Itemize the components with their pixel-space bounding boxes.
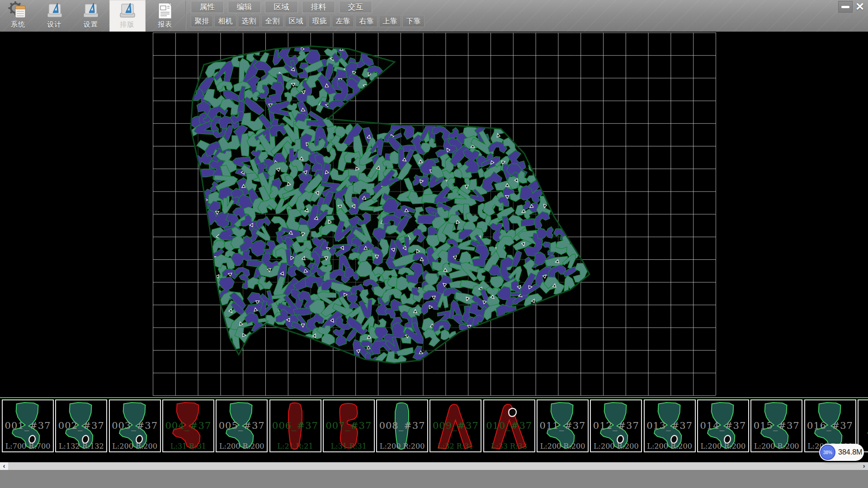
piece-shape xyxy=(380,401,425,452)
piece-shape xyxy=(59,401,104,452)
tool-button-7[interactable]: 右靠 xyxy=(355,15,377,27)
piece-shape xyxy=(433,401,478,452)
top-toolbar: 系统设计设置排版报表 属性编辑区域排料交互 聚排相机选割全割区域瑕疵左靠右靠上靠… xyxy=(0,0,868,32)
piece-thumbnail-002_#37[interactable]: 002_#37L:132 R:132 xyxy=(55,399,107,452)
piece-thumbnail-006_#37[interactable]: 006_#37L:21 R:21 xyxy=(269,399,321,452)
tool-button-row: 聚排相机选割全割区域瑕疵左靠右靠上靠下靠 xyxy=(191,15,425,27)
piece-shape xyxy=(647,401,692,452)
piece-thumbnail-001_#37[interactable]: 001_#37L:700 R:700 xyxy=(2,399,54,452)
menu-tab-0[interactable]: 属性 xyxy=(191,1,224,13)
piece-thumbnail-014_#37[interactable]: 014_#37L:200 R:200 xyxy=(697,399,749,452)
memory-value: 384.8M xyxy=(838,444,862,461)
tool-button-2[interactable]: 选割 xyxy=(238,15,260,27)
piece-thumbnail-005_#37[interactable]: 005_#37L:200 R:200 xyxy=(216,399,268,452)
piece-shape xyxy=(754,401,799,452)
tool-button-0[interactable]: 聚排 xyxy=(191,15,213,27)
piece-shape xyxy=(273,401,318,452)
piece-shape xyxy=(594,401,638,452)
nav-label-setup: 设置 xyxy=(73,20,109,29)
piece-thumbnail-015_#37[interactable]: 015_#37L:200 R:200 xyxy=(750,399,802,452)
piece-shape xyxy=(5,401,50,452)
close-icon: ✕ xyxy=(855,0,864,13)
nav-label-design: 设计 xyxy=(37,20,73,29)
piece-shape xyxy=(487,401,532,452)
horizontal-scrollbar[interactable]: ‹ › xyxy=(0,462,868,470)
scroll-right-arrow[interactable]: › xyxy=(860,462,868,470)
piece-shape xyxy=(326,401,371,452)
tool-button-4[interactable]: 区域 xyxy=(285,15,307,27)
gear-notebook-icon xyxy=(8,1,28,20)
status-bar xyxy=(0,470,868,488)
nav-item-system[interactable]: 系统 xyxy=(0,0,36,32)
piece-thumbnail-009_#37[interactable]: 009_#37L:32 R:31 xyxy=(429,399,481,452)
nav-label-system: 系统 xyxy=(0,20,36,29)
piece-thumbnail-011_#37[interactable]: 011_#37L:200 R:200 xyxy=(537,399,589,452)
ruler-screen-icon xyxy=(118,1,137,20)
piece-thumbnail-004_#37[interactable]: 004_#37L:31 R:31 xyxy=(162,399,214,452)
menu-tab-4[interactable]: 交互 xyxy=(339,1,372,13)
piece-thumbnail-003_#37[interactable]: 003_#37L:200 R:200 xyxy=(109,399,161,452)
nav-item-nesting[interactable]: 排版 xyxy=(109,0,146,32)
piece-thumbnail-008_#37[interactable]: 008_#37L:200 R:200 xyxy=(376,399,428,452)
strip-top-line xyxy=(0,397,868,398)
piece-thumbnail-012_#37[interactable]: 012_#37L:200 R:200 xyxy=(590,399,642,452)
nav-label-report: 报表 xyxy=(147,20,183,29)
piece-thumbnail-013_#37[interactable]: 013_#37L:200 R:200 xyxy=(644,399,696,452)
ruler-screen-icon xyxy=(81,1,101,20)
window-controls: ✕ xyxy=(838,1,867,13)
tool-button-9[interactable]: 下靠 xyxy=(402,15,425,27)
menu-tab-1[interactable]: 编辑 xyxy=(228,1,261,13)
tool-button-5[interactable]: 瑕疵 xyxy=(308,15,330,27)
memory-badge: 38% 384.8M xyxy=(819,444,864,461)
close-button[interactable]: ✕ xyxy=(853,1,867,13)
nesting-canvas[interactable] xyxy=(0,32,868,397)
scroll-left-arrow[interactable]: ‹ xyxy=(0,462,8,470)
nav-item-report[interactable]: 报表 xyxy=(147,0,183,32)
piece-thumbnail-strip: 001_#37L:700 R:700002_#37L:132 R:132003_… xyxy=(0,397,868,453)
nav-label-nesting: 排版 xyxy=(109,20,146,29)
menu-tab-2[interactable]: 区域 xyxy=(265,1,298,13)
menu-tab-3[interactable]: 排料 xyxy=(302,1,335,13)
piece-shape xyxy=(701,401,745,452)
minimize-button[interactable] xyxy=(838,1,853,13)
minimize-icon xyxy=(841,6,849,8)
memory-percent-badge: 38% xyxy=(820,445,835,460)
application-window: 系统设计设置排版报表 属性编辑区域排料交互 聚排相机选割全割区域瑕疵左靠右靠上靠… xyxy=(0,0,868,488)
toolbar-separator xyxy=(185,1,186,30)
tool-button-8[interactable]: 上靠 xyxy=(379,15,401,27)
piece-shape xyxy=(219,401,264,452)
nav-item-setup[interactable]: 设置 xyxy=(73,0,109,32)
tool-button-1[interactable]: 相机 xyxy=(214,15,236,27)
report-doc-icon xyxy=(155,1,175,20)
piece-thumbnail-010_#37[interactable]: 010_#37L:33 R:33 xyxy=(483,399,535,452)
tool-button-3[interactable]: 全割 xyxy=(261,15,283,27)
nav-item-design[interactable]: 设计 xyxy=(37,0,73,32)
piece-shape xyxy=(166,401,211,452)
piece-shape xyxy=(540,401,585,452)
piece-shape xyxy=(113,401,157,452)
menu-tab-row: 属性编辑区域排料交互 xyxy=(191,1,372,14)
tool-button-6[interactable]: 左靠 xyxy=(332,15,354,27)
piece-thumbnail-007_#37[interactable]: 007_#37L:31 R:31 xyxy=(323,399,375,452)
ruler-screen-icon xyxy=(45,1,65,20)
